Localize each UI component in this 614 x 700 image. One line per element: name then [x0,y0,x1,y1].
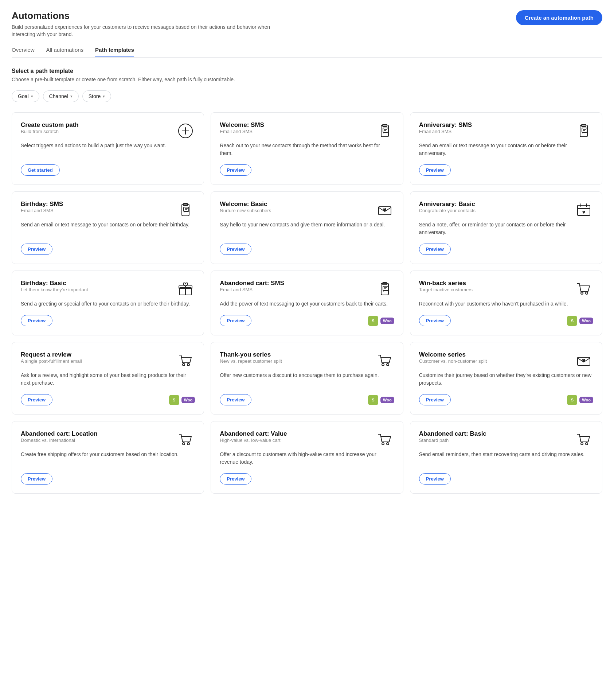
card-header: Create custom path Build from scratch [21,121,195,140]
card-title: Welcome: SMS [220,121,264,129]
card-badges: SWoo [169,395,195,405]
card-icon [176,280,195,299]
badge-woo: Woo [579,397,593,403]
chevron-down-icon: ▾ [103,94,105,99]
card-title: Birthday: SMS [21,201,63,208]
card-description: Reconnect with your customers who haven'… [419,300,593,308]
card-title: Anniversary: SMS [419,121,472,129]
preview-button[interactable]: Preview [419,164,451,176]
card-footer: Preview [220,244,394,255]
card-subtitle: Congratulate your contacts [419,208,476,213]
template-card: Abandoned cart: Basic Standard path Send… [410,421,602,494]
filter-channel[interactable]: Channel ▾ [43,90,79,102]
badge-shopify: S [567,395,577,405]
get-started-button[interactable]: Get started [21,164,60,176]
card-title: Thank-you series [220,351,282,358]
card-icon [375,430,394,449]
card-subtitle: Email and SMS [419,129,472,134]
card-subtitle: High-value vs. low-value cart [220,438,287,443]
card-title: Abandoned cart: Basic [419,430,486,438]
card-subtitle: Nurture new subscribers [220,208,271,213]
preview-button[interactable]: Preview [21,394,52,405]
card-title: Anniversary: Basic [419,201,476,208]
preview-button[interactable]: Preview [419,473,451,485]
card-description: Offer new customers a discount to encour… [220,372,394,387]
card-description: Create free shipping offers for your cus… [21,451,195,466]
card-header: Request a review A single post-fulfillme… [21,351,195,370]
badge-woo: Woo [579,318,593,324]
card-header: Abandoned cart: Value High-value vs. low… [220,430,394,449]
preview-button[interactable]: Preview [419,244,451,255]
card-subtitle: Email and SMS [21,208,63,213]
card-description: Send an email or text message to your co… [21,221,195,236]
card-description: Say hello to your new contacts and give … [220,221,394,236]
preview-button[interactable]: Preview [220,244,251,255]
page-subtitle: Build personalized experiences for your … [12,24,274,38]
card-header: Abandoned cart: Basic Standard path [419,430,593,449]
create-automation-button[interactable]: Create an automation path [516,10,602,25]
filter-goal[interactable]: Goal ▾ [12,90,39,102]
preview-button[interactable]: Preview [220,473,251,485]
template-card: Request a review A single post-fulfillme… [12,342,204,415]
tab-all-automations[interactable]: All automations [46,47,84,57]
card-title: Win-back series [419,280,473,287]
card-badges: SWoo [567,316,593,326]
filters-bar: Goal ▾ Channel ▾ Store ▾ [12,90,602,102]
card-icon [375,121,394,140]
template-card: Birthday: Basic Let them know they're im… [12,271,204,335]
template-card: Birthday: SMS Email and SMS Send an emai… [12,191,204,264]
card-subtitle: Standard path [419,438,486,443]
template-card: Create custom path Build from scratch Se… [12,112,204,185]
badge-woo: Woo [380,397,394,403]
template-card: Welcome: SMS Email and SMS Reach out to … [211,112,403,185]
card-icon [574,280,593,299]
card-badges: SWoo [368,316,394,326]
tab-overview[interactable]: Overview [12,47,35,57]
card-title: Abandoned cart: Location [21,430,98,438]
card-footer: Preview SWoo [220,315,394,326]
badge-shopify: S [169,395,179,405]
template-card: Abandoned cart: Value High-value vs. low… [211,421,403,494]
badge-shopify: S [368,395,378,405]
preview-button[interactable]: Preview [220,315,251,326]
card-icon [176,430,195,449]
card-footer: Preview [419,473,593,485]
chevron-down-icon: ▾ [70,94,73,99]
card-title: Birthday: Basic [21,280,88,287]
card-icon [574,430,593,449]
page-title: Automations [12,10,274,22]
preview-button[interactable]: Preview [21,315,52,326]
preview-button[interactable]: Preview [419,394,451,405]
card-title: Request a review [21,351,82,358]
card-description: Reach out to your new contacts through t… [220,142,394,157]
preview-button[interactable]: Preview [21,244,52,255]
template-card: Win-back series Target inactive customer… [410,271,602,335]
preview-button[interactable]: Preview [21,473,52,485]
card-icon [574,351,593,370]
tab-path-templates[interactable]: Path templates [95,47,134,57]
filter-store[interactable]: Store ▾ [82,90,111,102]
preview-button[interactable]: Preview [220,164,251,176]
card-footer: Preview [21,473,195,485]
card-description: Send a greeting or special offer to your… [21,300,195,308]
card-footer: Preview SWoo [419,394,593,405]
card-description: Send email reminders, then start recover… [419,451,593,466]
preview-button[interactable]: Preview [220,394,251,405]
card-subtitle: Build from scratch [21,129,79,134]
badge-woo: Woo [181,397,195,403]
template-card: Thank-you series New vs. repeat customer… [211,342,403,415]
card-subtitle: Customer vs. non-customer split [419,358,487,364]
template-card: Anniversary: Basic Congratulate your con… [410,191,602,264]
card-icon [375,201,394,219]
card-badges: SWoo [567,395,593,405]
cards-grid: Create custom path Build from scratch Se… [12,112,602,494]
card-footer: Get started [21,164,195,176]
card-footer: Preview [220,473,394,485]
card-header: Thank-you series New vs. repeat customer… [220,351,394,370]
preview-button[interactable]: Preview [419,315,451,326]
card-badges: SWoo [368,395,394,405]
card-icon [176,351,195,370]
card-subtitle: Let them know they're important [21,287,88,292]
card-icon [375,351,394,370]
card-footer: Preview SWoo [220,394,394,405]
